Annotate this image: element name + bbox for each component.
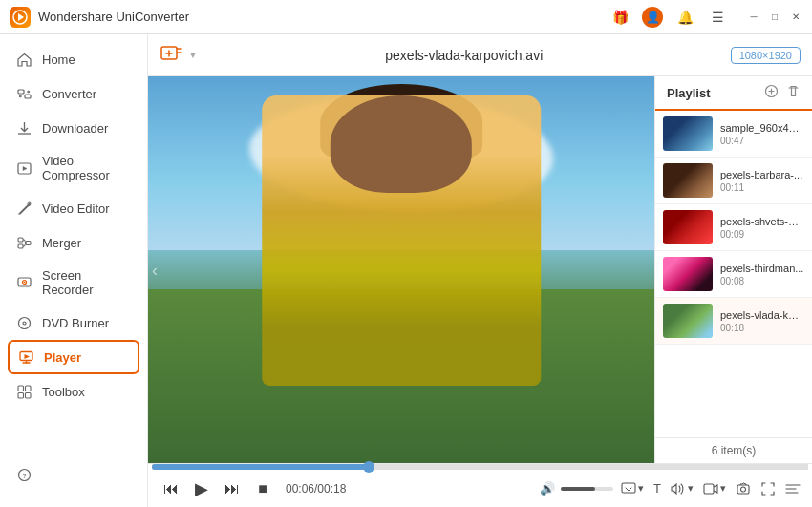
sidebar-item-video-compressor[interactable]: Video Compressor — [0, 145, 147, 191]
sidebar-item-player[interactable]: Player — [8, 340, 139, 374]
dvd-burner-label: DVD Burner — [42, 316, 109, 330]
sidebar-item-converter[interactable]: Converter — [0, 76, 147, 111]
converter-label: Converter — [42, 87, 96, 101]
svg-rect-2 — [18, 90, 24, 94]
playlist-item-info: pexels-vlada-kar... 00:18 — [720, 309, 804, 333]
play-button[interactable]: ▶ — [190, 477, 213, 500]
playlist-item-name: pexels-shvets-pr... — [720, 216, 804, 227]
playlist-item[interactable]: pexels-thirdman... 00:08 — [655, 251, 812, 298]
resolution-badge: 1080×1920 — [731, 47, 801, 64]
svg-rect-7 — [18, 244, 23, 248]
svg-rect-16 — [18, 386, 24, 391]
add-file-button[interactable]: ▼ — [160, 43, 198, 68]
player-label: Player — [44, 350, 81, 365]
playlist-toggle-icon[interactable] — [785, 481, 801, 496]
svg-rect-18 — [18, 392, 24, 398]
video-compressor-label: Video Compressor — [42, 154, 132, 182]
playlist-item-name: pexels-barbara-... — [720, 169, 804, 180]
playlist-item-info: pexels-barbara-... 00:11 — [720, 169, 804, 193]
playlist-thumb — [663, 257, 713, 291]
playlist-thumb — [663, 304, 713, 338]
video-container[interactable]: ‹ — [148, 76, 654, 463]
video-scene — [148, 76, 654, 463]
right-controls: ▾ T ▾ — [621, 481, 801, 496]
playlist-footer: 6 item(s) — [655, 437, 812, 463]
close-button[interactable]: ✕ — [789, 11, 802, 24]
screen-recorder-label: Screen Recorder — [42, 268, 132, 297]
playlist-delete-icon[interactable] — [786, 84, 801, 101]
svg-point-13 — [23, 322, 26, 325]
downloader-label: Downloader — [42, 121, 108, 136]
sidebar-item-home[interactable]: Home — [0, 42, 147, 76]
toolbox-icon — [15, 383, 32, 400]
help-icon: ? — [15, 466, 32, 483]
video-control[interactable]: ▾ — [703, 481, 726, 496]
app-title: Wondershare UniConverter — [38, 10, 189, 24]
converter-icon — [15, 85, 32, 102]
merger-label: Merger — [42, 236, 81, 250]
next-frame-button[interactable]: ⏭ — [221, 477, 244, 500]
audio-chevron: ▾ — [688, 482, 694, 495]
maximize-button[interactable]: □ — [768, 11, 781, 24]
title-bar-left: Wondershare UniConverter — [10, 7, 609, 28]
sidebar-item-merger[interactable]: Merger — [0, 225, 147, 260]
time-display: 00:06/00:18 — [286, 482, 346, 496]
video-editor-label: Video Editor — [42, 201, 110, 216]
svg-rect-25 — [704, 484, 714, 494]
title-bar: Wondershare UniConverter 🎁 👤 🔔 ☰ ─ □ ✕ — [0, 0, 812, 34]
video-chevron: ▾ — [720, 482, 726, 495]
screenshot-icon[interactable] — [736, 481, 751, 496]
progress-thumb[interactable] — [363, 461, 374, 473]
window-controls: ─ □ ✕ — [747, 11, 802, 24]
playlist-count: 6 item(s) — [712, 444, 757, 457]
sidebar-item-screen-recorder[interactable]: Screen Recorder — [0, 260, 147, 306]
svg-rect-19 — [25, 392, 31, 398]
audio-control[interactable]: ▾ — [671, 481, 694, 496]
playlist-thumb — [663, 116, 713, 151]
playlist-actions — [764, 84, 801, 101]
svg-rect-26 — [737, 485, 749, 494]
minimize-button[interactable]: ─ — [747, 11, 760, 24]
user-icon[interactable]: 👤 — [642, 7, 663, 28]
playlist-title: Playlist — [667, 86, 711, 100]
speed-control[interactable]: ▾ — [621, 481, 644, 496]
dvd-burner-icon — [15, 314, 32, 331]
playlist-item[interactable]: sample_960x400... 00:47 — [655, 111, 812, 158]
volume-fill — [561, 487, 595, 491]
top-bar: ▼ pexels-vlada-karpovich.avi 1080×1920 — [148, 34, 812, 76]
sidebar-item-dvd-burner[interactable]: DVD Burner — [0, 306, 147, 340]
video-head — [331, 95, 472, 192]
playlist-item-name: sample_960x400... — [720, 122, 804, 134]
playlist-add-icon[interactable] — [764, 84, 779, 101]
bell-icon[interactable]: 🔔 — [674, 7, 695, 28]
sidebar-item-toolbox[interactable]: Toolbox — [0, 374, 147, 409]
playlist-item[interactable]: pexels-barbara-... 00:11 — [655, 158, 812, 204]
text-overlay-icon[interactable]: T — [653, 481, 661, 496]
progress-bar[interactable] — [152, 464, 808, 470]
prev-video-button[interactable]: ‹ — [148, 252, 161, 287]
sidebar-item-help[interactable]: ? — [0, 457, 147, 492]
playlist-panel: Playlist — [654, 76, 812, 463]
playlist-item-info: pexels-shvets-pr... 00:09 — [720, 216, 804, 240]
gift-icon[interactable]: 🎁 — [609, 7, 630, 28]
fullscreen-icon[interactable] — [760, 481, 776, 496]
svg-rect-17 — [25, 386, 31, 391]
prev-frame-button[interactable]: ⏮ — [160, 477, 182, 500]
playlist-item-active[interactable]: pexels-vlada-kar... 00:18 — [655, 298, 812, 345]
svg-marker-1 — [18, 13, 24, 21]
sidebar-item-downloader[interactable]: Downloader — [0, 111, 147, 145]
screen-recorder-icon — [15, 274, 32, 291]
playlist-header: Playlist — [655, 76, 812, 111]
volume-icon[interactable]: 🔊 — [540, 481, 555, 496]
sidebar-bottom: ? — [0, 450, 147, 499]
playlist-thumb — [663, 163, 713, 198]
stop-button[interactable]: ■ — [251, 477, 274, 500]
playlist-item[interactable]: pexels-shvets-pr... 00:09 — [655, 204, 812, 251]
home-icon — [15, 51, 32, 68]
playlist-item-name: pexels-thirdman... — [720, 263, 804, 274]
sidebar-item-video-editor[interactable]: Video Editor — [0, 191, 147, 225]
content-area: ▼ pexels-vlada-karpovich.avi 1080×1920 ‹ — [148, 34, 812, 507]
volume-slider[interactable] — [561, 487, 613, 491]
menu-icon[interactable]: ☰ — [707, 7, 728, 28]
video-compressor-icon — [15, 159, 32, 177]
